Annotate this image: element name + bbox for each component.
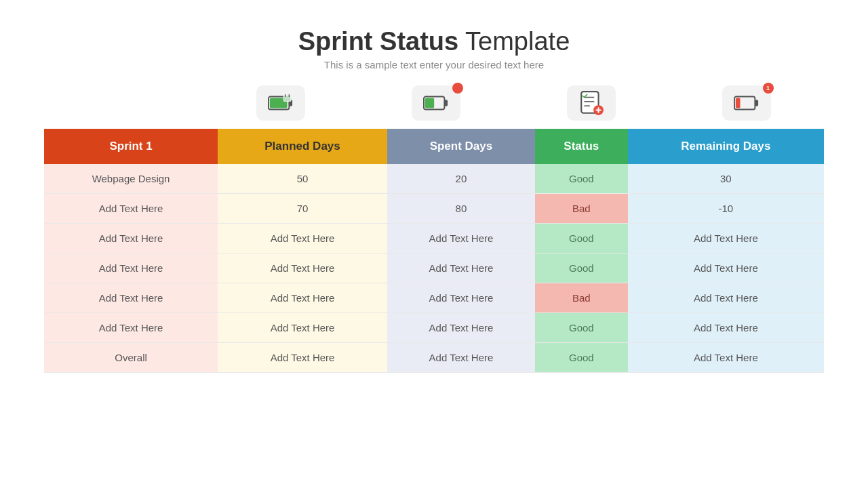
svg-rect-18 xyxy=(755,100,758,106)
cell-spent-6: Add Text Here xyxy=(387,343,535,373)
battery-low-icon: 1 xyxy=(722,85,771,121)
checklist-icon xyxy=(567,85,616,121)
icon-box-4: 1 xyxy=(669,77,824,129)
icons-row: 1 xyxy=(44,77,824,129)
col-header-spent: Spent Days xyxy=(387,129,535,164)
table-row: Add Text Here Add Text Here Add Text Her… xyxy=(44,224,824,253)
table-row: Add Text Here Add Text Here Add Text Her… xyxy=(44,313,824,343)
cell-status-1: Bad xyxy=(535,194,628,224)
cell-status-5: Good xyxy=(535,313,628,343)
cell-status-3: Good xyxy=(535,253,628,283)
cell-sprint-4: Add Text Here xyxy=(44,283,218,313)
cell-remaining-2: Add Text Here xyxy=(628,224,824,253)
cell-status-2: Good xyxy=(535,224,628,253)
col-header-planned: Planned Days xyxy=(218,129,387,164)
cell-spent-5: Add Text Here xyxy=(387,313,535,343)
icon-box-2 xyxy=(358,77,513,129)
subtitle: This is a sample text enter your desired… xyxy=(298,59,570,70)
table-row: Add Text Here Add Text Here Add Text Her… xyxy=(44,283,824,313)
cell-status-0: Good xyxy=(535,164,628,194)
table-body: Webpage Design 50 20 Good 30 Add Text He… xyxy=(44,164,824,373)
svg-rect-8 xyxy=(444,100,448,106)
cell-remaining-0: 30 xyxy=(628,164,824,194)
svg-rect-19 xyxy=(735,98,740,108)
table-row: Overall Add Text Here Add Text Here Good… xyxy=(44,343,824,373)
cell-sprint-0: Webpage Design xyxy=(44,164,218,194)
cell-planned-3: Add Text Here xyxy=(218,253,387,283)
title-area: Sprint Status Template This is a sample … xyxy=(298,27,570,70)
cell-planned-2: Add Text Here xyxy=(218,224,387,253)
badge-icon xyxy=(452,83,463,94)
cell-planned-4: Add Text Here xyxy=(218,283,387,313)
col-header-remaining: Remaining Days xyxy=(628,129,824,164)
cell-remaining-3: Add Text Here xyxy=(628,253,824,283)
table-row: Add Text Here Add Text Here Add Text Her… xyxy=(44,253,824,283)
page-title: Sprint Status Template xyxy=(298,27,570,56)
cell-spent-0: 20 xyxy=(387,164,535,194)
cell-sprint-6: Overall xyxy=(44,343,218,373)
cell-sprint-3: Add Text Here xyxy=(44,253,218,283)
badge-icon-2: 1 xyxy=(763,83,774,94)
table-header-row: Sprint 1 Planned Days Spent Days Status … xyxy=(44,129,824,164)
cell-remaining-4: Add Text Here xyxy=(628,283,824,313)
cell-planned-0: 50 xyxy=(218,164,387,194)
cell-spent-3: Add Text Here xyxy=(387,253,535,283)
sprint-table: Sprint 1 Planned Days Spent Days Status … xyxy=(44,129,824,373)
cell-sprint-2: Add Text Here xyxy=(44,224,218,253)
icon-box-3 xyxy=(513,77,669,129)
col-header-status: Status xyxy=(535,129,628,164)
cell-spent-1: 80 xyxy=(387,194,535,224)
cell-planned-5: Add Text Here xyxy=(218,313,387,343)
table-row: Webpage Design 50 20 Good 30 xyxy=(44,164,824,194)
cell-remaining-1: -10 xyxy=(628,194,824,224)
cell-status-6: Good xyxy=(535,343,628,373)
icon-box-1 xyxy=(203,77,358,129)
cell-planned-6: Add Text Here xyxy=(218,343,387,373)
cell-remaining-6: Add Text Here xyxy=(628,343,824,373)
svg-rect-9 xyxy=(425,98,433,108)
cell-status-4: Bad xyxy=(535,283,628,313)
table-row: Add Text Here 70 80 Bad -10 xyxy=(44,194,824,224)
col-header-sprint: Sprint 1 xyxy=(44,129,218,164)
cell-sprint-1: Add Text Here xyxy=(44,194,218,224)
cell-spent-2: Add Text Here xyxy=(387,224,535,253)
cell-planned-1: 70 xyxy=(218,194,387,224)
cell-sprint-5: Add Text Here xyxy=(44,313,218,343)
battery-full-icon xyxy=(256,85,305,121)
cell-remaining-5: Add Text Here xyxy=(628,313,824,343)
cell-spent-4: Add Text Here xyxy=(387,283,535,313)
table-container: Sprint 1 Planned Days Spent Days Status … xyxy=(44,129,824,373)
battery-half-icon xyxy=(412,85,460,121)
